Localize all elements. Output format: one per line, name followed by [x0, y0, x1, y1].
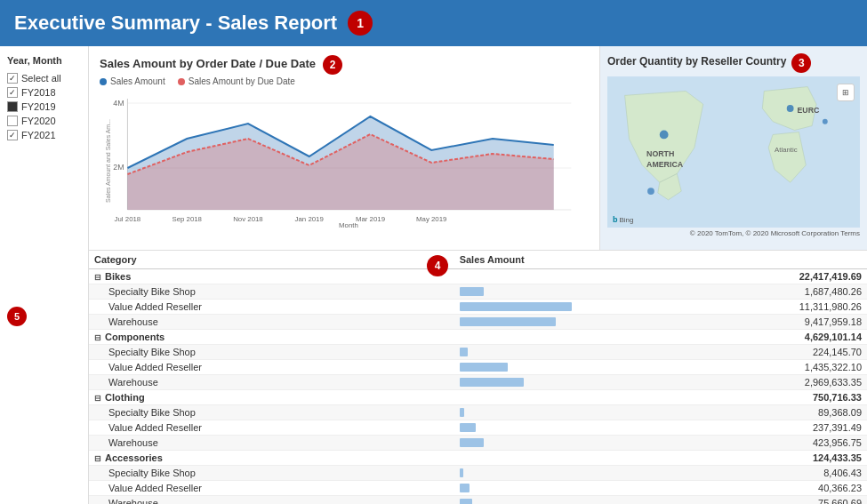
- table-row: ⊟Accessories 124,433.35: [89, 451, 867, 466]
- sidebar-badge: 5: [7, 307, 27, 326]
- svg-text:May 2019: May 2019: [416, 215, 447, 223]
- table-panel: 4 Category Sales Amount ⊟Bikes 22,417,41…: [89, 251, 867, 504]
- sub-label: Value Added Reseller: [89, 360, 454, 375]
- svg-text:Atlantic: Atlantic: [775, 146, 798, 154]
- map-container: NORTH AMERICA EURC Atlantic bBing ⊞: [607, 76, 860, 228]
- main-content: Year, Month Select all FY2018 FY2019 FY2…: [0, 46, 867, 504]
- svg-text:4M: 4M: [113, 99, 124, 108]
- chart-legend: Sales Amount Sales Amount by Due Date: [100, 76, 589, 86]
- amount-value: 9,417,959.18: [641, 315, 867, 330]
- sub-label: Warehouse: [89, 375, 454, 390]
- fy2018-checkbox[interactable]: [7, 87, 18, 98]
- bar-cell: [454, 330, 641, 345]
- legend-dot-blue: [100, 78, 107, 85]
- page-title: Executive Summary - Sales Report: [14, 12, 337, 35]
- fy2019-checkbox[interactable]: [7, 101, 18, 112]
- sidebar-item-fy2019[interactable]: FY2019: [7, 100, 81, 114]
- table-row: Value Added Reseller 1,435,322.10: [89, 360, 867, 375]
- chart-svg: 4M 2M: [100, 90, 589, 228]
- bar-cell: [454, 466, 641, 481]
- bar-cell: [454, 345, 641, 360]
- table-row: Specialty Bike Shop 1,687,480.26: [89, 284, 867, 300]
- sidebar: Year, Month Select all FY2018 FY2019 FY2…: [0, 46, 89, 504]
- map-panel: Order Quantity by Reseller Country 3: [600, 46, 867, 250]
- header-badge: 1: [348, 11, 373, 36]
- line-chart-panel: Sales Amount by Order Date / Due Date 2 …: [89, 46, 600, 250]
- sidebar-item-fy2018[interactable]: FY2018: [7, 85, 81, 100]
- sub-label: Value Added Reseller: [89, 300, 454, 315]
- bar-cell: [454, 269, 641, 284]
- bar-cell: [454, 300, 641, 315]
- table-row: Specialty Bike Shop 224,145.70: [89, 345, 867, 360]
- sidebar-item-select-all[interactable]: Select all: [7, 71, 81, 85]
- sidebar-item-fy2020[interactable]: FY2020: [7, 114, 81, 128]
- col-header-amount: [641, 251, 867, 269]
- amount-value: 40,366.23: [641, 481, 867, 496]
- select-all-checkbox[interactable]: [7, 73, 18, 84]
- amount-value: 423,956.75: [641, 436, 867, 451]
- svg-text:EURC: EURC: [797, 106, 820, 115]
- table-row: Warehouse 75,660.69: [89, 496, 867, 505]
- col-header-bar: Sales Amount: [454, 251, 641, 269]
- bar-cell: [454, 390, 641, 405]
- svg-text:Sep 2018: Sep 2018: [172, 215, 202, 223]
- amount-value: 750,716.33: [641, 390, 867, 405]
- bar-cell: [454, 405, 641, 420]
- bing-footer-text: © 2020 TomTom, © 2020 Microsoft Corporat…: [690, 229, 860, 237]
- fy2020-checkbox[interactable]: [7, 116, 18, 126]
- category-label: ⊟Bikes: [89, 269, 454, 284]
- legend-due-date: Sales Amount by Due Date: [178, 76, 295, 86]
- table-row: Specialty Bike Shop 89,368.09: [89, 405, 867, 420]
- sidebar-title: Year, Month: [7, 55, 81, 66]
- table-row: Warehouse 2,969,633.35: [89, 375, 867, 390]
- table-row: ⊟Clothing 750,716.33: [89, 390, 867, 405]
- svg-text:NORTH: NORTH: [646, 149, 674, 158]
- map-icon-button[interactable]: ⊞: [837, 84, 855, 101]
- col-header-category: Category: [89, 251, 454, 269]
- fy2021-checkbox[interactable]: [7, 130, 18, 140]
- data-table: Category Sales Amount ⊟Bikes 22,417,419.…: [89, 251, 867, 504]
- svg-text:Mar 2019: Mar 2019: [356, 215, 386, 223]
- svg-text:Month: Month: [339, 221, 358, 228]
- bar-cell: [454, 375, 641, 390]
- bar-cell: [454, 420, 641, 436]
- amount-value: 22,417,419.69: [641, 269, 867, 284]
- bar-cell: [454, 360, 641, 375]
- table-row: Warehouse 9,417,959.18: [89, 315, 867, 330]
- svg-text:2M: 2M: [113, 163, 124, 172]
- bar-cell: [454, 315, 641, 330]
- sub-label: Specialty Bike Shop: [89, 466, 454, 481]
- svg-point-20: [823, 119, 828, 124]
- category-label: ⊟Accessories: [89, 451, 454, 466]
- amount-value: 11,311,980.26: [641, 300, 867, 315]
- sidebar-label-select-all: Select all: [21, 73, 61, 84]
- sub-label: Warehouse: [89, 315, 454, 330]
- table-row: Value Added Reseller 11,311,980.26: [89, 300, 867, 315]
- chart-svg-area: 4M 2M: [100, 90, 589, 228]
- sidebar-label-fy2018: FY2018: [21, 87, 56, 98]
- bing-footer: © 2020 TomTom, © 2020 Microsoft Corporat…: [607, 229, 860, 237]
- table-row: ⊟Components 4,629,101.14: [89, 330, 867, 345]
- table-row: Specialty Bike Shop 8,406.43: [89, 466, 867, 481]
- sub-label: Specialty Bike Shop: [89, 345, 454, 360]
- sidebar-label-fy2021: FY2021: [21, 130, 56, 140]
- sub-label: Value Added Reseller: [89, 420, 454, 436]
- amount-value: 75,660.69: [641, 496, 867, 505]
- amount-value: 224,145.70: [641, 345, 867, 360]
- sub-label: Warehouse: [89, 436, 454, 451]
- sidebar-item-fy2021[interactable]: FY2021: [7, 128, 81, 142]
- line-chart-badge: 2: [323, 55, 342, 75]
- amount-value: 237,391.49: [641, 420, 867, 436]
- svg-point-19: [787, 105, 794, 112]
- sub-label: Value Added Reseller: [89, 481, 454, 496]
- sub-label: Specialty Bike Shop: [89, 284, 454, 300]
- amount-value: 89,368.09: [641, 405, 867, 420]
- table-row: Value Added Reseller 237,391.49: [89, 420, 867, 436]
- svg-text:Nov 2018: Nov 2018: [233, 215, 263, 223]
- bar-cell: [454, 451, 641, 466]
- svg-text:Jan 2019: Jan 2019: [295, 215, 325, 223]
- legend-sales-amount: Sales Amount: [100, 76, 165, 86]
- line-chart-title: Sales Amount by Order Date / Due Date: [100, 57, 316, 70]
- charts-area: Sales Amount by Order Date / Due Date 2 …: [89, 46, 867, 504]
- svg-text:Jul 2018: Jul 2018: [115, 215, 141, 223]
